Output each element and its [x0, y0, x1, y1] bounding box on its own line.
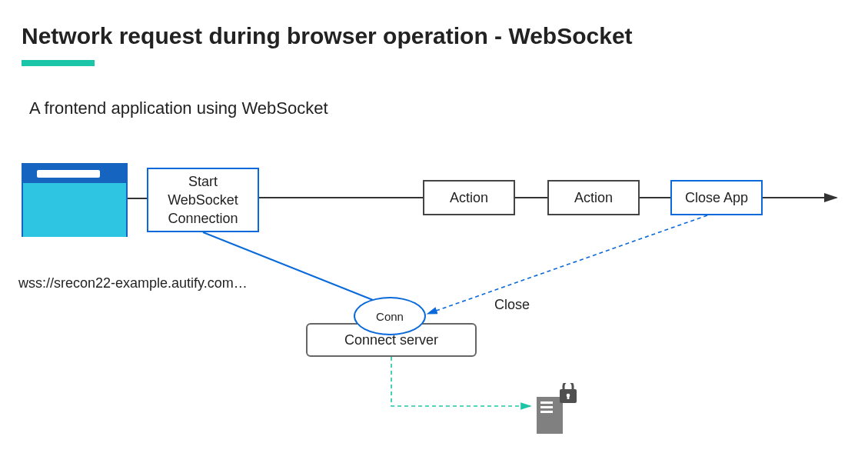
wss-url-label: wss://srecon22-example.autify.com… [18, 275, 248, 291]
svg-rect-6 [567, 395, 570, 399]
slide-subtitle: A frontend application using WebSocket [29, 98, 328, 118]
slide-title: Network request during browser operation… [22, 23, 633, 49]
browser-icon [22, 163, 128, 237]
svg-rect-1 [540, 401, 553, 404]
conn-label: Conn [376, 310, 404, 323]
svg-line-13 [427, 215, 707, 314]
svg-rect-2 [540, 406, 553, 408]
action-box-2: Action [547, 180, 640, 215]
svg-rect-3 [540, 411, 553, 413]
action-1-label: Action [450, 190, 488, 206]
start-websocket-label: Start WebSocket Connection [168, 172, 238, 228]
server-icon [534, 383, 580, 437]
browser-body [23, 183, 126, 237]
connector-layer [0, 0, 868, 453]
close-app-box: Close App [670, 180, 763, 215]
conn-ellipse: Conn [354, 297, 426, 335]
close-app-label: Close App [685, 190, 748, 206]
browser-titlebar [23, 165, 126, 183]
title-underline [22, 60, 95, 66]
action-2-label: Action [574, 190, 613, 206]
close-edge-label: Close [494, 297, 530, 313]
start-websocket-connection-box: Start WebSocket Connection [147, 168, 259, 232]
action-box-1: Action [423, 180, 515, 215]
browser-tab [37, 170, 100, 178]
